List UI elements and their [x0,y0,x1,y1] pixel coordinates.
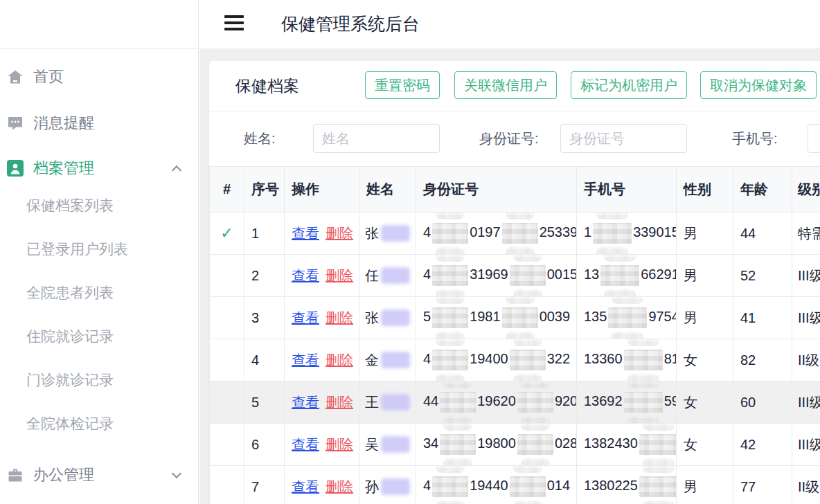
redacted-name [381,478,410,495]
redacted-name [381,267,410,284]
delete-link[interactable]: 删除 [326,395,353,410]
sidebar-subitem-4[interactable]: 门诊就诊记录 [26,366,114,394]
table-row[interactable]: ✓1查看删除张40197253391339015男44特需 [210,213,820,255]
column-header-7: 年龄 [733,167,792,213]
redacted-data [593,223,632,244]
age-cell: 44 [733,213,792,255]
actions-cell: 查看删除 [285,255,359,297]
action-button-2[interactable]: 标记为机密用户 [571,71,687,99]
sidebar-subitem-0[interactable]: 保健档案列表 [26,192,114,219]
level-cell: III级 [792,381,820,424]
id-cell: 4319690015 [416,255,577,297]
select-cell[interactable] [210,424,244,466]
level-cell: II级 [792,466,820,504]
redacted-data [608,307,647,328]
column-header-5: 手机号 [577,167,677,213]
table-row[interactable]: 7查看删除孙4194400141380225男77II级 [210,466,820,504]
redacted-data [517,392,553,413]
select-cell[interactable] [210,255,244,297]
id-cell: 419440014 [416,466,577,504]
menu-toggle-icon[interactable] [224,15,244,33]
column-header-1: 序号 [244,167,285,213]
age-cell: 41 [733,297,792,339]
action-button-3[interactable]: 取消为保健对象 [700,71,817,99]
redacted-data [624,350,663,370]
delete-link[interactable]: 删除 [326,437,353,452]
sidebar-subitem-5[interactable]: 全院体检记录 [26,410,114,438]
sidebar-item-0[interactable]: 首页 [0,62,198,92]
table-row[interactable]: 6查看删除吴34198000281382430女42III级 [210,424,820,466]
id-cell: 419400322 [416,339,577,381]
sidebar-item-2[interactable]: 档案管理 [0,153,198,183]
age-cell: 82 [733,339,792,381]
actions-cell: 查看删除 [285,339,359,381]
table-row[interactable]: 2查看删除任43196900151366291男52III级 [210,255,820,297]
filter-input-2[interactable] [808,124,820,153]
app-root: 首页消息提醒档案管理保健档案列表已登录用户列表全院患者列表住院就诊记录门诊就诊记… [0,0,820,504]
message-icon [7,115,24,132]
index-cell: 2 [244,255,285,297]
filter-label-1: 身份证号: [479,129,539,148]
topbar: 保健管理系统后台 [199,0,820,48]
select-cell[interactable]: ✓ [210,213,244,255]
delete-link[interactable]: 删除 [326,268,353,283]
view-link[interactable]: 查看 [292,226,319,241]
level-cell: III级 [792,297,820,339]
table-header-row: #序号操作姓名身份证号手机号性别年龄级别 [210,167,820,213]
id-cell: 4419620920 [416,381,577,424]
view-link[interactable]: 查看 [292,352,319,368]
delete-link[interactable]: 删除 [326,310,353,325]
table-row[interactable]: 5查看删除王44196209201369259女60III级 [210,381,820,424]
action-button-0[interactable]: 重置密码 [365,71,440,99]
filter-label-2: 手机号: [732,129,778,148]
name-cell: 张 [359,297,416,339]
phone-cell: 1380225 [577,466,677,504]
redacted-data [502,307,538,328]
delete-link[interactable]: 删除 [326,352,353,368]
user-badge-icon [7,160,24,177]
redacted-name [381,225,410,242]
view-link[interactable]: 查看 [292,310,319,325]
select-cell[interactable] [210,381,244,424]
card-title: 保健档案 [235,75,299,97]
sidebar-item-3[interactable]: 办公管理 [0,460,198,490]
select-cell[interactable] [210,297,244,339]
redacted-data [432,265,468,286]
view-link[interactable]: 查看 [292,479,319,494]
card-header: 保健档案 重置密码关联微信用户标记为机密用户取消为保健对象 [209,61,820,111]
level-cell: 特需 [792,213,820,255]
sidebar-item-1[interactable]: 消息提醒 [0,108,198,138]
table-row[interactable]: 3查看删除张5198100391359754男41III级 [210,297,820,339]
redacted-data [432,476,468,497]
id-cell: 4019725339 [416,213,577,255]
sidebar-subitem-3[interactable]: 住院就诊记录 [26,323,114,350]
select-cell[interactable] [210,466,244,504]
index-cell: 3 [244,297,285,339]
sidebar-subitem-2[interactable]: 全院患者列表 [26,279,114,307]
view-link[interactable]: 查看 [292,268,319,283]
redacted-data [510,350,546,370]
actions-cell: 查看删除 [285,297,359,339]
redacted-name [381,436,410,453]
column-header-2: 操作 [285,167,359,213]
column-header-8: 级别 [792,167,820,213]
actions-cell: 查看删除 [285,424,359,466]
filter-input-0[interactable] [313,124,440,153]
level-cell: III级 [792,424,820,466]
filter-input-1[interactable] [560,124,687,153]
select-cell[interactable] [210,339,244,381]
view-link[interactable]: 查看 [292,437,319,452]
action-button-1[interactable]: 关联微信用户 [454,71,557,99]
index-cell: 5 [244,381,285,424]
delete-link[interactable]: 删除 [326,226,353,241]
delete-link[interactable]: 删除 [326,479,353,494]
table-row[interactable]: 4查看删除金4194003221336081女82II级 [210,339,820,381]
gender-cell: 女 [677,381,733,424]
filter-label-0: 姓名: [244,129,276,148]
sidebar-subitem-1[interactable]: 已登录用户列表 [26,235,128,263]
view-link[interactable]: 查看 [292,395,319,410]
sidebar: 首页消息提醒档案管理保健档案列表已登录用户列表全院患者列表住院就诊记录门诊就诊记… [0,0,199,504]
redacted-data [517,434,553,455]
name-cell: 任 [359,255,416,297]
sidebar-item-label: 消息提醒 [33,113,94,134]
